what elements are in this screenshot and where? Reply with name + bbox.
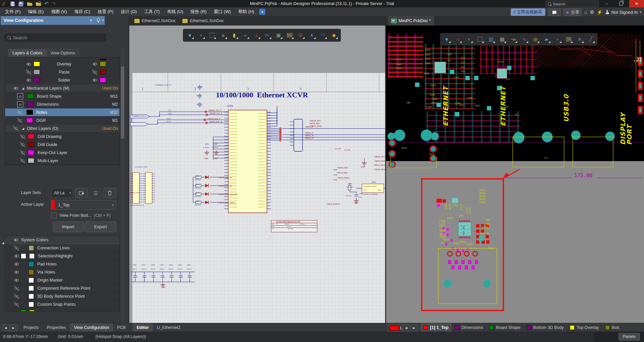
color-swatch[interactable] — [28, 142, 34, 147]
layer-tab-Top Overlay[interactable]: Top Overlay — [567, 323, 602, 332]
line-icon[interactable]: ╱ — [587, 35, 595, 43]
doc-tab-Ethernet2.SchDoc[interactable]: Ethernet2.SchDoc — [131, 16, 179, 26]
panel-menu-icon[interactable]: ▾ — [90, 18, 92, 22]
layer-row-Drill Drawing[interactable]: Drill Drawing — [5, 133, 120, 141]
eye-hidden-icon[interactable] — [14, 245, 19, 251]
system-color-row-Via Holes[interactable]: Via Holes — [5, 268, 120, 276]
eye-visible-icon[interactable] — [26, 78, 31, 83]
export-button[interactable]: Export — [85, 222, 116, 232]
route-icon[interactable]: ↝ — [509, 35, 517, 43]
eye-hidden-icon[interactable] — [20, 134, 25, 139]
used-on-filter[interactable]: Used On — [102, 86, 118, 91]
filter-icon[interactable]: ▼ — [186, 31, 194, 39]
color-swatch[interactable] — [27, 110, 33, 115]
move-icon[interactable]: + — [197, 31, 205, 39]
panel-tab-PCB[interactable]: PCB — [113, 323, 130, 332]
doc-tab-Ethernet1.SchDoc[interactable]: Ethernet1.SchDoc — [179, 16, 227, 26]
layer-tab-[1] 1_Top[interactable]: [1] 1_Top — [420, 323, 452, 332]
eye-hidden-icon[interactable] — [20, 150, 25, 155]
eye-visible-icon[interactable] — [13, 86, 18, 91]
menu-item[interactable]: 帮助 (H) — [235, 7, 258, 16]
color-swatch[interactable] — [29, 294, 34, 299]
eye-hidden-icon[interactable] — [14, 286, 19, 291]
layer-row-Dimensions[interactable]: DimensionsM2 — [5, 100, 120, 108]
system-color-row-3D Body Reference Point[interactable]: 3D Body Reference Point — [5, 292, 120, 300]
import-button[interactable]: Import — [53, 222, 84, 232]
color-swatch[interactable] — [21, 253, 26, 259]
layer-row-Paste[interactable]: Paste — [5, 68, 120, 76]
measure-icon[interactable]: 10 — [565, 35, 572, 43]
layer-tab-Dimensions[interactable]: Dimensions — [452, 323, 486, 332]
select-area-icon[interactable] — [476, 35, 484, 43]
single-layer-eye-icon[interactable] — [17, 93, 23, 99]
used-on-filter[interactable]: Used On — [102, 126, 118, 131]
color-swatch[interactable] — [29, 245, 34, 251]
color-swatch[interactable] — [100, 61, 106, 66]
sign-in-menu[interactable]: Not Signed In ▾ — [605, 10, 641, 15]
buy-online-button[interactable]: ∂立即在线购买 — [511, 8, 545, 16]
eye-hidden-icon[interactable] — [17, 110, 22, 115]
feedback-button[interactable] — [548, 8, 561, 16]
diff-pair-icon[interactable]: ∿ — [520, 35, 528, 43]
eye-hidden-icon[interactable] — [14, 294, 19, 299]
eye-visible-icon[interactable] — [14, 278, 19, 283]
system-color-row-Component Reference Point[interactable]: Component Reference Point — [5, 284, 120, 292]
editor-tab-U_Ethernet2[interactable]: U_Ethernet2 — [153, 323, 184, 332]
eye-visible-icon[interactable] — [18, 94, 22, 98]
color-swatch[interactable] — [100, 69, 106, 75]
move-icon[interactable]: + — [465, 35, 473, 43]
pads-icon[interactable]: ▥ — [487, 35, 495, 43]
gnd-port-icon[interactable]: ⊥ — [252, 31, 260, 39]
active-layer-select[interactable]: 1_Top ▾ — [51, 200, 116, 210]
panel-header[interactable]: View Configuration — [1, 16, 105, 25]
system-colors-header-row[interactable]: System Colors — [5, 236, 120, 244]
panel-scrollbar-thumb[interactable] — [121, 66, 124, 139]
layer-row-Multi-Layer[interactable]: Multi-Layer — [5, 157, 120, 165]
filter-icon[interactable]: ▼ — [443, 35, 451, 43]
eye-hidden-icon[interactable] — [26, 69, 31, 75]
home-icon[interactable]: ⌂ — [584, 9, 587, 15]
menu-item[interactable]: 放置 (P) — [94, 7, 117, 16]
menu-item[interactable]: 视图 (V) — [47, 7, 71, 16]
layer-tab-scroll[interactable]: ◀▶ — [402, 324, 418, 332]
panel-tab-View Configuration[interactable]: View Configuration — [70, 323, 113, 332]
color-swatch[interactable] — [29, 286, 34, 291]
color-swatch[interactable] — [34, 69, 40, 75]
tab-view-options[interactable]: View Options — [46, 49, 79, 57]
menu-item[interactable]: 文件 (F) — [1, 7, 24, 16]
global-search-input[interactable]: Search — [546, 1, 599, 7]
minimize-button[interactable]: – — [601, 0, 612, 7]
layer-row-Drill Guide[interactable]: Drill Guide — [5, 141, 120, 149]
junction-icon[interactable]: ◆ — [330, 31, 338, 39]
color-swatch[interactable] — [27, 118, 33, 123]
layer-row-Board Shape[interactable]: Board ShapeM11 — [5, 92, 120, 100]
panel-close-icon[interactable]: × — [102, 18, 104, 22]
menu-item[interactable]: 编辑 (E) — [24, 7, 47, 16]
eye-hidden-icon[interactable] — [92, 69, 97, 75]
system-color-row-Pad Holes[interactable]: Pad Holes — [5, 260, 120, 268]
eye-hidden-icon[interactable] — [20, 158, 25, 163]
color-swatch[interactable] — [27, 102, 34, 107]
color-swatch[interactable] — [28, 134, 34, 139]
layer-row-Keep-Out Layer[interactable]: Keep-Out Layer — [5, 149, 120, 157]
eye-visible-icon[interactable] — [92, 61, 97, 67]
system-color-row-Origin Marker[interactable]: Origin Marker — [5, 276, 120, 284]
panels-button[interactable]: Panels — [618, 333, 640, 341]
quick-access-icon[interactable]: ✦ — [259, 9, 265, 15]
menu-item[interactable]: 窗口 (W) — [210, 7, 235, 16]
share-button[interactable]: ➤分享 — [563, 8, 582, 16]
color-swatch[interactable] — [100, 78, 106, 83]
via-icon[interactable]: ◎ — [532, 35, 539, 43]
eye-hidden-icon[interactable] — [20, 142, 25, 147]
eye-hidden-icon[interactable] — [14, 302, 19, 307]
panel-search-input[interactable]: Search — [4, 34, 106, 42]
place-wire-icon[interactable]: ≈ — [241, 31, 249, 39]
pin-icon[interactable] — [97, 18, 100, 22]
save-layer-set-button[interactable] — [89, 188, 102, 198]
layer-group-Other Layers (O)[interactable]: ◢Other Layers (O)Used On — [5, 125, 120, 133]
eye-visible-icon[interactable] — [92, 78, 97, 83]
color-swatch[interactable] — [29, 278, 34, 283]
color-swatch[interactable] — [29, 270, 34, 275]
select-area-icon[interactable] — [208, 31, 216, 39]
eye-hidden-icon[interactable] — [17, 118, 22, 123]
